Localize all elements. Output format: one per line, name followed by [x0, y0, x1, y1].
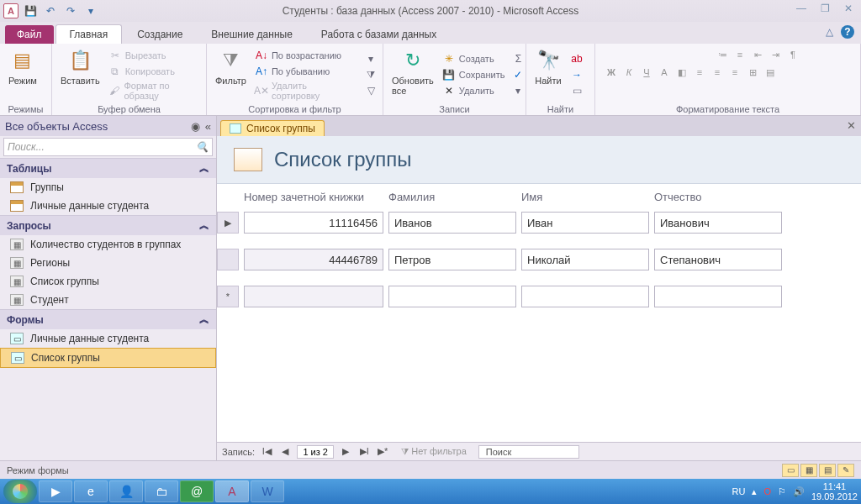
align-center-button[interactable]: ≡ — [710, 65, 725, 80]
align-left-button[interactable]: ≡ — [692, 65, 707, 80]
taskbar-mediaplayer[interactable]: ▶ — [39, 480, 72, 502]
nav-group-tables[interactable]: Таблицы︽ — [0, 158, 216, 178]
clear-sort-button[interactable]: A✕Удалить сортировку — [255, 80, 356, 102]
gridlines-button[interactable]: ⊞ — [745, 65, 760, 80]
underline-button[interactable]: Ч — [639, 65, 654, 80]
recnav-prev-button[interactable]: ◀ — [278, 445, 292, 459]
tray-clock[interactable]: 11:4119.09.2012 — [811, 481, 858, 501]
help-icon[interactable]: ? — [841, 25, 854, 39]
record-row[interactable]: 44446789 Петров Николай Степанович — [217, 245, 861, 282]
close-button[interactable]: ✕ — [841, 2, 856, 15]
redo-icon[interactable]: ↷ — [62, 3, 79, 19]
replace-button[interactable]: ab — [570, 51, 584, 66]
cell-patronymic[interactable]: Иванович — [654, 212, 782, 234]
view-layout-button[interactable]: ▤ — [819, 464, 836, 477]
taskbar-app[interactable]: @ — [180, 480, 214, 502]
tab-home[interactable]: Главная — [55, 24, 123, 44]
tray-opera-icon[interactable]: O — [763, 486, 771, 496]
undo-icon[interactable]: ↶ — [42, 3, 59, 19]
taskbar-explorer[interactable]: 🗀 — [145, 480, 178, 502]
find-button[interactable]: 🔭Найти — [531, 45, 565, 103]
recnav-position-input[interactable] — [297, 445, 334, 459]
cell-surname[interactable]: Иванов — [388, 212, 516, 234]
minimize-button[interactable]: ― — [794, 2, 809, 15]
toggle-filter-button[interactable]: ▽ — [364, 83, 378, 98]
sort-desc-button[interactable]: A↑По убыванию — [255, 64, 356, 79]
record-selector-current[interactable]: ▶ — [217, 212, 239, 234]
numbering-button[interactable]: ≡ — [732, 47, 747, 62]
doc-tab-close-button[interactable]: ✕ — [847, 119, 856, 132]
nav-group-queries[interactable]: Запросы︽ — [0, 215, 216, 235]
spelling-button[interactable]: ✓ — [511, 67, 525, 82]
paste-button[interactable]: 📋Вставить — [57, 45, 103, 103]
view-datasheet-button[interactable]: ▦ — [800, 464, 817, 477]
font-selector[interactable] — [604, 47, 679, 62]
record-row[interactable]: ▶ 11116456 Иванов Иван Иванович — [217, 208, 861, 245]
indent-right-button[interactable]: ⇥ — [768, 47, 783, 62]
tab-external-data[interactable]: Внешние данные — [198, 25, 306, 44]
recnav-next-button[interactable]: ▶ — [339, 445, 352, 459]
save-icon[interactable]: 💾 — [22, 3, 39, 19]
nav-collapse-icon[interactable]: « — [205, 120, 211, 133]
view-form-button[interactable]: ▭ — [782, 464, 799, 477]
format-painter-button[interactable]: 🖌Формат по образцу — [108, 80, 201, 102]
recnav-last-button[interactable]: ▶I — [357, 445, 371, 459]
filter-button[interactable]: ⧩Фильтр — [212, 45, 250, 103]
nav-form-personal[interactable]: ▭Личные данные студента — [0, 329, 216, 348]
cell-book-number[interactable]: 11116456 — [244, 212, 383, 234]
cell-book-number[interactable]: 44446789 — [244, 249, 383, 270]
cell-name[interactable]: Иван — [521, 212, 649, 234]
recnav-first-button[interactable]: I◀ — [260, 445, 273, 459]
copy-button[interactable]: ⧉Копировать — [108, 64, 201, 79]
nav-query-count[interactable]: ▦Количество студентов в группах — [0, 235, 216, 254]
record-selector[interactable] — [217, 249, 239, 270]
nav-query-regions[interactable]: ▦Регионы — [0, 254, 216, 272]
cell-patronymic[interactable] — [654, 286, 782, 307]
cell-book-number[interactable] — [244, 286, 383, 307]
tab-create[interactable]: Создание — [124, 25, 196, 44]
nav-header[interactable]: Все объекты Access ◉« — [0, 116, 216, 136]
cell-name[interactable] — [521, 286, 649, 307]
cut-button[interactable]: ✂Вырезать — [108, 48, 201, 63]
fill-color-button[interactable]: ◧ — [674, 65, 689, 80]
record-selector-new[interactable]: * — [217, 286, 239, 307]
cell-surname[interactable] — [388, 286, 516, 307]
select-button[interactable]: ▭ — [570, 83, 584, 98]
more-button[interactable]: ▾ — [511, 83, 525, 98]
cell-surname[interactable]: Петров — [388, 249, 516, 270]
tab-database-tools[interactable]: Работа с базами данных — [308, 25, 450, 44]
ltr-button[interactable]: ¶ — [785, 47, 800, 62]
taskbar-ie[interactable]: e — [74, 480, 108, 502]
recnav-search-input[interactable]: Поиск — [478, 445, 579, 459]
tray-volume-icon[interactable]: 🔊 — [793, 486, 805, 497]
goto-button[interactable]: → — [570, 67, 584, 82]
qat-dropdown-icon[interactable]: ▾ — [82, 3, 99, 19]
doc-tab-grouplist[interactable]: Список группы — [220, 120, 325, 136]
font-color-button[interactable]: A — [657, 65, 672, 80]
sort-asc-button[interactable]: A↓По возрастанию — [255, 48, 356, 63]
tray-lang[interactable]: RU — [732, 486, 745, 496]
bullets-button[interactable]: ≔ — [715, 47, 730, 62]
nav-search-input[interactable]: Поиск...🔍 — [3, 138, 213, 156]
restore-button[interactable]: ❐ — [817, 2, 832, 15]
alt-row-button[interactable]: ▤ — [763, 65, 778, 80]
nav-group-forms[interactable]: Формы︽ — [0, 309, 216, 329]
nav-table-personal[interactable]: Личные данные студента — [0, 197, 216, 215]
nav-query-student[interactable]: ▦Студент — [0, 291, 216, 309]
minimize-ribbon-icon[interactable]: △ — [822, 25, 836, 39]
nav-query-grouplist[interactable]: ▦Список группы — [0, 272, 216, 291]
start-button[interactable] — [3, 480, 37, 503]
recnav-new-button[interactable]: ▶* — [376, 445, 389, 459]
refresh-all-button[interactable]: ↻Обновить все — [388, 45, 437, 103]
view-mode-button[interactable]: ▤Режим — [5, 45, 40, 103]
bold-button[interactable]: Ж — [604, 65, 619, 80]
view-design-button[interactable]: ✎ — [837, 464, 854, 477]
cell-name[interactable]: Николай — [521, 249, 649, 270]
new-record-button[interactable]: ✳Создать — [442, 51, 505, 66]
italic-button[interactable]: К — [621, 65, 637, 80]
tab-file[interactable]: Файл — [5, 25, 54, 44]
nav-form-grouplist[interactable]: ▭Список группы — [0, 348, 216, 368]
taskbar-user[interactable]: 👤 — [109, 480, 143, 502]
cell-patronymic[interactable]: Степанович — [654, 249, 782, 270]
selection-filter-button[interactable]: ▾ — [364, 51, 378, 66]
